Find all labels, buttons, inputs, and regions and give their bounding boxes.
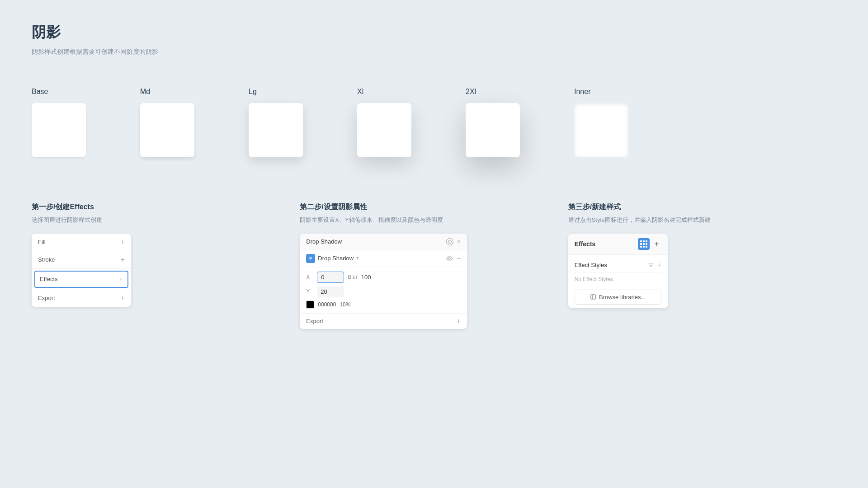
- shadow-box-xl: [357, 103, 411, 157]
- figma-panel-1: Fill + Stroke + Effects + Export: [32, 234, 131, 307]
- sort-icon[interactable]: [648, 262, 654, 268]
- figma-panel-2: Drop Shadow ✕ ❄: [300, 234, 467, 329]
- effects-row[interactable]: Effects +: [34, 271, 128, 288]
- panel-3-header: Effects: [568, 234, 668, 255]
- fill-row[interactable]: Fill +: [32, 234, 131, 251]
- panel-2-export: Export +: [300, 313, 467, 329]
- shadow-box-2xl: [466, 103, 520, 157]
- panel-3-header-icons: +: [638, 238, 661, 250]
- x-input[interactable]: [317, 272, 344, 283]
- panel-2-header-icons: ✕: [446, 238, 461, 245]
- blur-label: Blur: [348, 274, 357, 280]
- grid-dot-6: [646, 243, 647, 245]
- book-icon: [590, 294, 596, 300]
- step-3-title: 第三步/新建样式: [568, 202, 836, 212]
- shadow-card-md: Md: [140, 88, 194, 157]
- y-input[interactable]: [317, 286, 344, 297]
- browse-libraries-button[interactable]: Browse libraries...: [575, 290, 661, 305]
- step-3: 第三步/新建样式 通过点击Style图标进行，并输入阴影名称完成样式新建 Eff…: [568, 202, 836, 308]
- step-1-desc: 选择图层进行阴影样式创建: [32, 216, 300, 225]
- step-2: 第二步/设置阴影属性 阴影主要设置X、Y轴偏移来、模糊度以及颜色与透明度 Dro…: [300, 202, 568, 329]
- effect-styles-label: Effect Styles: [575, 262, 607, 268]
- shadow-card-inner: Inner: [574, 88, 628, 157]
- effects-label: Effects: [40, 276, 58, 282]
- export-plus-icon[interactable]: +: [457, 317, 461, 325]
- effects-plus-icon[interactable]: +: [119, 275, 123, 283]
- shadow-label-inner: Inner: [574, 88, 590, 96]
- chevron-down-icon: ▾: [356, 255, 359, 261]
- circle-icon[interactable]: [446, 238, 453, 245]
- panel-2-subheader: ❄ Drop Shadow ▾ −: [300, 250, 467, 267]
- panel-3-plus-button[interactable]: +: [652, 239, 661, 249]
- effect-styles-row: Effect Styles +: [575, 258, 661, 272]
- browse-libraries-label: Browse libraries...: [599, 294, 646, 300]
- shadow-box-md: [140, 103, 194, 157]
- step-2-desc: 阴影主要设置X、Y轴偏移来、模糊度以及颜色与透明度: [300, 216, 568, 225]
- panel-2-body: X Blur 100 Y 000000 10%: [300, 267, 467, 313]
- minus-icon[interactable]: −: [457, 254, 461, 263]
- drop-shadow-tag: ❄ Drop Shadow ▾: [306, 254, 359, 263]
- shadow-box-inner: [574, 103, 628, 157]
- color-hex: 000000: [318, 301, 336, 308]
- shadow-label-base: Base: [32, 88, 48, 96]
- grid-dot-8: [643, 246, 645, 248]
- step-1-title: 第一步/创建Effects: [32, 202, 300, 212]
- step-2-title: 第二步/设置阴影属性: [300, 202, 568, 212]
- grid-dot-3: [646, 240, 647, 242]
- step-1: 第一步/创建Effects 选择图层进行阴影样式创建 Fill + Stroke…: [32, 202, 300, 307]
- color-swatch[interactable]: [306, 300, 314, 309]
- grid-dot-1: [640, 240, 642, 242]
- y-label: Y: [306, 288, 313, 295]
- grid-dot-4: [640, 243, 642, 245]
- svg-point-2: [448, 258, 450, 259]
- stroke-plus-icon[interactable]: +: [121, 256, 125, 264]
- export-label-1: Export: [38, 295, 55, 301]
- step-3-desc: 通过点击Style图标进行，并输入阴影名称完成样式新建: [568, 216, 836, 225]
- shadow-card-lg: Lg: [249, 88, 303, 157]
- fill-label: Fill: [38, 239, 46, 245]
- export-plus-icon[interactable]: +: [121, 294, 125, 302]
- svg-point-0: [448, 240, 452, 243]
- drop-shadow-icon: ❄: [306, 254, 315, 263]
- page-title: 阴影: [32, 23, 836, 42]
- effect-styles-icons: +: [648, 261, 661, 269]
- eye-icon[interactable]: [446, 255, 453, 262]
- shadow-card-base: Base: [32, 88, 86, 157]
- effects-row-wrapper: Effects +: [32, 269, 131, 290]
- steps-section: 第一步/创建Effects 选择图层进行阴影样式创建 Fill + Stroke…: [32, 202, 836, 329]
- shadow-card-2xl: 2Xl: [466, 88, 520, 157]
- shadow-label-2xl: 2Xl: [466, 88, 476, 96]
- close-icon[interactable]: ✕: [457, 239, 461, 244]
- color-row: 000000 10%: [306, 300, 461, 309]
- svg-point-1: [447, 257, 452, 260]
- drop-shadow-label: Drop Shadow: [318, 255, 354, 262]
- grid-dot-7: [640, 246, 642, 248]
- y-input-row: Y: [306, 286, 461, 297]
- no-effect-text: No Effect Styles.: [575, 272, 661, 286]
- stroke-label: Stroke: [38, 256, 55, 263]
- effect-styles-plus-icon[interactable]: +: [657, 261, 661, 269]
- stroke-row[interactable]: Stroke +: [32, 251, 131, 269]
- grid-dot-5: [643, 243, 645, 245]
- shadow-label-lg: Lg: [249, 88, 257, 96]
- x-label: X: [306, 274, 313, 280]
- page: 阴影 阴影样式创建根据需要可创建不同阶度的阴影 Base Md Lg Xl 2X…: [0, 0, 868, 488]
- fill-plus-icon[interactable]: +: [121, 238, 125, 246]
- panel-3-body: Effect Styles + No Effect Styles.: [568, 255, 668, 308]
- panel-2-header-title: Drop Shadow: [306, 238, 342, 245]
- figma-panel-3: Effects: [568, 234, 668, 308]
- x-input-row: X Blur 100: [306, 272, 461, 283]
- export-label-2: Export: [306, 318, 323, 324]
- grid-icon[interactable]: [638, 238, 650, 250]
- shadow-cards: Base Md Lg Xl 2Xl Inner: [32, 79, 836, 175]
- snow-icon: ❄: [309, 256, 312, 261]
- subheader-actions: −: [446, 254, 461, 263]
- panel-2-header: Drop Shadow ✕: [300, 234, 467, 250]
- shadow-label-xl: Xl: [357, 88, 363, 96]
- grid-dot-2: [643, 240, 645, 242]
- shadow-box-lg: [249, 103, 303, 157]
- shadow-label-md: Md: [140, 88, 150, 96]
- page-subtitle: 阴影样式创建根据需要可创建不同阶度的阴影: [32, 48, 836, 56]
- panel-3-title: Effects: [575, 240, 596, 248]
- export-row-1[interactable]: Export +: [32, 290, 131, 307]
